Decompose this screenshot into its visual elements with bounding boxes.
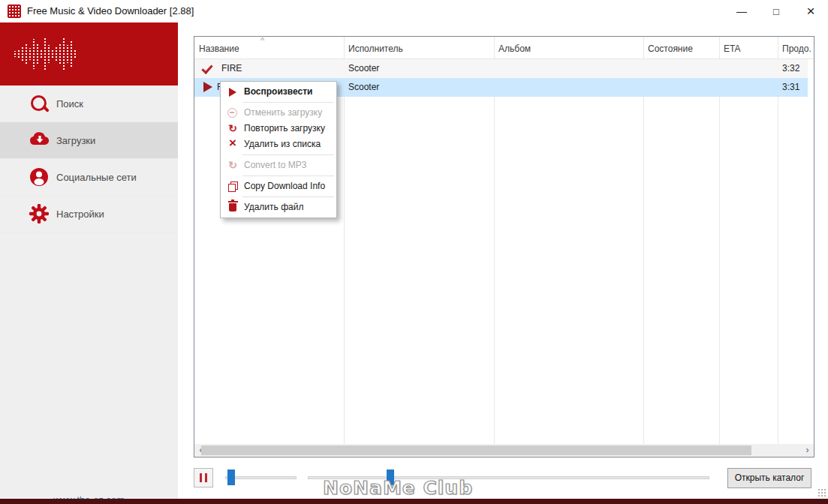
menu-separator (242, 196, 334, 197)
cell-album (498, 78, 641, 97)
pause-button[interactable] (194, 468, 213, 488)
horizontal-scrollbar[interactable]: ‹ › (194, 444, 814, 457)
waveform-logo-icon (14, 33, 77, 75)
convert-icon: ↻ (227, 160, 239, 172)
menu-item-delete-file[interactable]: Удалить файл (221, 200, 336, 215)
sidebar-item-label: Социальные сети (56, 159, 137, 196)
menu-item-cancel-download[interactable]: Отменить загрузку (221, 105, 336, 121)
resize-grip[interactable] (817, 488, 826, 496)
table-header: Название ^ Исполнитель Альбом Состояние … (194, 37, 814, 59)
window-title: Free Music & Video Downloader [2.88] (27, 0, 194, 22)
menu-item-play[interactable]: Воспроизвести (221, 84, 336, 100)
menu-item-remove-from-list[interactable]: × Удалить из списка (221, 136, 336, 152)
sidebar-menu: Поиск Загрузки (0, 86, 178, 232)
volume-slider[interactable] (225, 468, 297, 488)
copy-icon (227, 181, 239, 193)
column-header-state[interactable]: Состояние (643, 37, 719, 59)
menu-separator (242, 176, 334, 176)
sidebar-item-downloads[interactable]: Загрузки (0, 122, 178, 159)
cell-album (498, 59, 641, 78)
scroll-right-icon[interactable]: › (801, 444, 814, 457)
cancel-download-icon (227, 107, 239, 119)
cell-artist: Scooter (348, 59, 491, 78)
trash-icon (227, 202, 239, 214)
play-icon (227, 86, 239, 98)
menu-item-copy-download-info[interactable]: Copy Download Info (221, 178, 336, 194)
context-menu: Воспроизвести Отменить загрузку ↻ Повтор… (220, 81, 337, 218)
cell-duration: 3:31 (782, 78, 812, 97)
cell-artist: Scooter (348, 78, 491, 97)
downloaded-check-icon (201, 62, 212, 74)
cell-eta (724, 59, 776, 78)
sidebar-item-search[interactable]: Поиск (0, 86, 178, 122)
playing-icon (203, 82, 212, 92)
close-button[interactable]: × (793, 0, 828, 22)
menu-item-convert-mp3[interactable]: ↻ Convert to MP3 (221, 158, 336, 173)
cell-name: FIRE (221, 59, 342, 78)
window-controls: — □ × (724, 0, 828, 22)
pause-icon (200, 473, 207, 482)
menu-item-retry-download[interactable]: ↻ Повторить загрузку (221, 121, 336, 136)
remove-from-list-icon: × (227, 139, 239, 151)
column-header-album[interactable]: Альбом (494, 37, 643, 59)
table-row[interactable]: FIRE Scooter 3:32 (194, 59, 808, 78)
column-header-artist[interactable]: Исполнитель (344, 37, 494, 59)
sidebar-item-label: Настройки (56, 196, 104, 232)
column-header-duration[interactable]: Продо. (778, 37, 814, 59)
app-window: Free Music & Video Downloader [2.88] — □… (0, 0, 828, 504)
volume-track[interactable] (225, 476, 297, 479)
scrollbar-thumb[interactable] (201, 446, 751, 455)
search-icon (29, 93, 51, 116)
sidebar: Поиск Загрузки (0, 22, 178, 499)
sidebar-item-label: Загрузки (56, 122, 95, 159)
cell-duration: 3:32 (782, 59, 812, 78)
watermark: NoNaMe Club (323, 477, 473, 499)
sidebar-item-settings[interactable]: Настройки (0, 196, 178, 232)
column-header-eta[interactable]: ETA (719, 37, 778, 59)
sidebar-brand-header (0, 22, 178, 86)
open-folder-button[interactable]: Открыть каталог (727, 468, 811, 488)
sort-ascending-icon: ^ (260, 37, 264, 45)
gear-icon (29, 203, 51, 226)
menu-separator (242, 154, 334, 155)
bottom-accent-bar (0, 499, 828, 504)
progress-bar (646, 64, 720, 74)
sidebar-item-social[interactable]: Социальные сети (0, 159, 178, 196)
column-header-name[interactable]: Название ^ (194, 37, 344, 59)
progress-bar (646, 82, 720, 92)
cell-eta (724, 78, 776, 97)
title-bar: Free Music & Video Downloader [2.88] — □… (0, 0, 828, 22)
menu-separator (242, 102, 334, 103)
maximize-button[interactable]: □ (759, 0, 793, 22)
user-icon (29, 166, 51, 189)
retry-download-icon: ↻ (227, 123, 239, 135)
download-cloud-icon (29, 130, 51, 152)
minimize-button[interactable]: — (724, 0, 759, 22)
volume-thumb[interactable] (227, 470, 235, 485)
sidebar-item-label: Поиск (56, 86, 83, 122)
app-logo-icon (8, 4, 21, 18)
